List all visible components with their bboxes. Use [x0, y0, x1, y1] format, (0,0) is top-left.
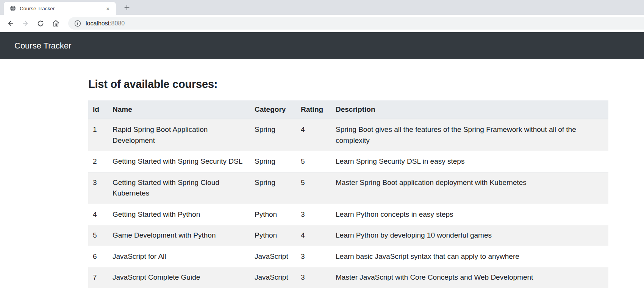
forward-icon[interactable] — [19, 17, 32, 30]
table-row: 3Getting Started with Spring Cloud Kuber… — [88, 172, 608, 204]
table-row: 1Rapid Spring Boot Application Developme… — [88, 119, 608, 151]
cell-description: Spring Boot gives all the features of th… — [331, 119, 608, 151]
url-text[interactable]: localhost:8080 — [86, 20, 125, 27]
close-tab-icon[interactable]: × — [105, 5, 111, 12]
home-icon[interactable] — [49, 17, 62, 30]
cell-id: 7 — [88, 267, 108, 288]
cell-rating: 4 — [296, 119, 331, 151]
cell-category: Spring — [250, 172, 296, 204]
browser-tab-strip: Course Tracker × — [0, 0, 644, 15]
tab-title: Course Tracker — [20, 6, 105, 11]
cell-category: Python — [250, 204, 296, 225]
cell-name: JavaScript Complete Guide — [108, 267, 250, 288]
cell-description: Learn Spring Security DSL in easy steps — [331, 151, 608, 172]
cell-description: Learn basic JavaScript syntax that can a… — [331, 246, 608, 267]
courses-table: IdNameCategoryRatingDescription 1Rapid S… — [88, 100, 608, 288]
new-tab-button[interactable] — [121, 2, 133, 13]
cell-rating: 5 — [296, 151, 331, 172]
cell-rating: 4 — [296, 225, 331, 246]
page-content: List of available courses: IdNameCategor… — [0, 59, 644, 288]
cell-id: 2 — [88, 151, 108, 172]
column-header: Category — [250, 100, 296, 119]
app-navbar: Course Tracker — [0, 32, 644, 59]
column-header: Name — [108, 100, 250, 119]
reload-icon[interactable] — [34, 17, 47, 30]
navbar-brand[interactable]: Course Tracker — [14, 41, 71, 51]
table-header-row: IdNameCategoryRatingDescription — [88, 100, 608, 119]
cell-rating: 3 — [296, 267, 331, 288]
address-bar[interactable]: localhost:8080 — [68, 17, 644, 30]
column-header: Description — [331, 100, 608, 119]
cell-description: Learn Python concepts in easy steps — [331, 204, 608, 225]
table-row: 5Game Development with PythonPython4Lear… — [88, 225, 608, 246]
cell-category: Spring — [250, 119, 296, 151]
cell-id: 1 — [88, 119, 108, 151]
table-row: 7JavaScript Complete GuideJavaScript3Mas… — [88, 267, 608, 288]
cell-name: Getting Started with Spring Security DSL — [108, 151, 250, 172]
cell-id: 4 — [88, 204, 108, 225]
browser-toolbar: localhost:8080 — [0, 15, 644, 32]
url-host: localhost — [86, 20, 109, 27]
cell-description: Learn Python by developing 10 wonderful … — [331, 225, 608, 246]
cell-name: Getting Started with Spring Cloud Kubern… — [108, 172, 250, 204]
column-header: Rating — [296, 100, 331, 119]
cell-name: Game Development with Python — [108, 225, 250, 246]
cell-category: JavaScript — [250, 267, 296, 288]
cell-description: Master Spring Boot application deploymen… — [331, 172, 608, 204]
cell-id: 6 — [88, 246, 108, 267]
table-row: 4Getting Started with PythonPython3Learn… — [88, 204, 608, 225]
column-header: Id — [88, 100, 108, 119]
cell-description: Master JavaScript with Core Concepts and… — [331, 267, 608, 288]
url-port: :8080 — [109, 20, 125, 27]
browser-tab[interactable]: Course Tracker × — [4, 2, 116, 15]
cell-rating: 5 — [296, 172, 331, 204]
cell-name: Getting Started with Python — [108, 204, 250, 225]
cell-name: Rapid Spring Boot Application Developmen… — [108, 119, 250, 151]
table-row: 2Getting Started with Spring Security DS… — [88, 151, 608, 172]
page-title: List of available courses: — [88, 78, 644, 91]
table-row: 6JavaScript for AllJavaScript3Learn basi… — [88, 246, 608, 267]
cell-id: 3 — [88, 172, 108, 204]
cell-id: 5 — [88, 225, 108, 246]
cell-name: JavaScript for All — [108, 246, 250, 267]
page-info-icon[interactable] — [74, 20, 81, 27]
back-icon[interactable] — [4, 17, 17, 30]
cell-category: JavaScript — [250, 246, 296, 267]
cell-category: Python — [250, 225, 296, 246]
globe-favicon-icon — [10, 5, 16, 11]
cell-category: Spring — [250, 151, 296, 172]
table-body: 1Rapid Spring Boot Application Developme… — [88, 119, 608, 288]
cell-rating: 3 — [296, 246, 331, 267]
cell-rating: 3 — [296, 204, 331, 225]
